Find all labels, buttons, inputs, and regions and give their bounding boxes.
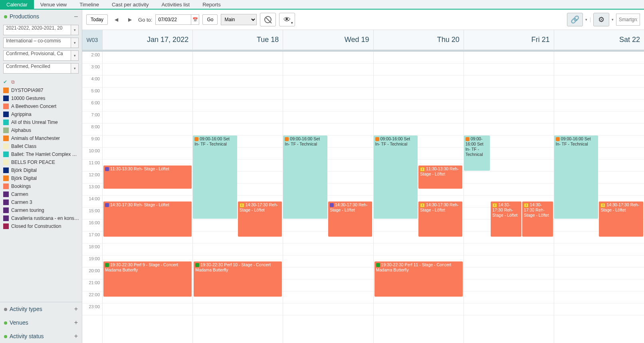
dropdown-caret-icon[interactable]: ▾ bbox=[612, 18, 614, 22]
calendar-event[interactable]: 14:30-17:30 Reh- Stage - Löftet bbox=[103, 201, 192, 237]
production-item[interactable]: Carmen touring bbox=[3, 206, 80, 214]
datepicker-icon[interactable]: 📅 bbox=[191, 14, 199, 25]
production-item[interactable]: Bookings bbox=[3, 182, 80, 190]
topnav-item-activities-list[interactable]: Activities list bbox=[155, 0, 196, 9]
calendar-event[interactable]: 09:00-16:00 Set In- TF - Technical bbox=[374, 136, 418, 219]
production-item[interactable]: DYSTOPIA987 bbox=[3, 86, 80, 94]
day-column[interactable]: 09:00-16:00 Set In- TF - Technical!14:30… bbox=[554, 52, 644, 343]
calendar-event[interactable]: 19:30-22:30 Perf 10 - Stage - Concert Ma… bbox=[194, 261, 282, 297]
production-item[interactable]: Animals of Manchester bbox=[3, 134, 80, 142]
day-header[interactable]: Wed 19 bbox=[283, 30, 373, 50]
calendar-event[interactable]: !14:30-17:30 Reh- Stage - Löftet bbox=[491, 201, 521, 237]
event-chip-icon bbox=[466, 137, 470, 141]
day-column[interactable]: 09:00-16:00 Set In- TF - Technical!14:30… bbox=[192, 52, 283, 343]
go-button[interactable]: Go bbox=[202, 14, 218, 25]
filter-value[interactable]: International – co-commis bbox=[3, 38, 79, 48]
day-header[interactable]: Sat 22 bbox=[554, 30, 644, 50]
topnav-item-timeline[interactable]: Timeline bbox=[73, 0, 105, 9]
event-text: 09:00-16:00 Set In- TF - Technical bbox=[375, 136, 410, 146]
sidebar-section-activity-status[interactable]: Activity status+ bbox=[0, 329, 82, 343]
block-icon[interactable] bbox=[260, 13, 276, 26]
today-button[interactable]: Today bbox=[86, 14, 108, 25]
dropdown-caret-icon[interactable]: ▾ bbox=[585, 18, 587, 22]
calendar-event[interactable]: !14:30-17:30 Reh- Stage - Löftet bbox=[418, 201, 462, 237]
production-item[interactable]: Björk Digital bbox=[3, 166, 80, 174]
calendar-event[interactable]: !11:30-13:30 Reh- Stage - Löftet bbox=[418, 166, 462, 189]
calendar-event[interactable]: 11:30-13:30 Reh- Stage - Löftet bbox=[103, 166, 192, 189]
production-item[interactable]: Closed for Construction bbox=[3, 222, 80, 230]
production-item[interactable]: All of this Unreal Time bbox=[3, 118, 80, 126]
visibility-icon[interactable]: 👁▾ bbox=[279, 13, 295, 26]
production-item[interactable]: A Beethoven Concert bbox=[3, 102, 80, 110]
calendar-event[interactable]: 19:30-22:30 Perf 9 - Stage - Concert Mad… bbox=[103, 261, 192, 297]
filter-select[interactable]: 2021-2022, 2020-2021, 20▾ bbox=[3, 25, 79, 35]
check-all-icon[interactable]: ✔ bbox=[3, 79, 9, 85]
production-item[interactable]: Björk Digital bbox=[3, 174, 80, 182]
calendar-event[interactable]: !14:30-17:30 Reh- Stage - Löftet bbox=[599, 201, 643, 237]
chevron-down-icon[interactable]: ▾ bbox=[71, 25, 79, 35]
calendar-event[interactable]: 09:00-16:00 Set In- TF - Technical bbox=[464, 136, 490, 171]
production-item[interactable]: Ballet Class bbox=[3, 142, 80, 150]
chevron-down-icon[interactable]: ▾ bbox=[71, 63, 79, 74]
copy-icon[interactable]: ⧉ bbox=[11, 79, 17, 85]
calendar-event[interactable]: !14:30-17:30 Reh- Stage - Löftet bbox=[238, 201, 282, 237]
day-column[interactable]: 09:00-16:00 Set In- TF - Technical14:30-… bbox=[283, 52, 373, 343]
expand-icon[interactable]: + bbox=[74, 319, 78, 326]
view-select[interactable]: Main bbox=[221, 14, 257, 25]
day-header[interactable]: Thu 20 bbox=[373, 30, 464, 50]
calendar-event[interactable]: !14:30-17:30 Reh- Stage - Löftet bbox=[522, 201, 553, 237]
production-item[interactable]: Agrippina bbox=[3, 110, 80, 118]
production-item[interactable]: Cavalleria rusticana - en konsertant fre… bbox=[3, 214, 80, 222]
prev-arrow-icon[interactable]: ◀ bbox=[111, 14, 121, 25]
day-header[interactable]: Jan 17, 2022 bbox=[102, 30, 192, 50]
sidebar-section-productions[interactable]: Productions – bbox=[0, 10, 82, 23]
filter-value[interactable]: Confirmed, Pencilled bbox=[3, 63, 79, 74]
sidebar-section-activity-types[interactable]: Activity types+ bbox=[0, 302, 82, 316]
chevron-down-icon[interactable]: ▾ bbox=[71, 50, 79, 61]
goto-date-input[interactable] bbox=[155, 14, 191, 25]
filter-select[interactable]: Confirmed, Provisional, Ca▾ bbox=[3, 50, 79, 61]
color-swatch-icon bbox=[3, 160, 9, 165]
link-icon[interactable]: 🔗 bbox=[567, 13, 583, 26]
production-item[interactable]: Ballet: The Hamlet Complex Redux bbox=[3, 150, 80, 158]
calendar-event[interactable]: 09:00-16:00 Set In- TF - Technical bbox=[554, 136, 598, 219]
production-item[interactable]: Alphabus bbox=[3, 126, 80, 134]
time-label: 22:00 bbox=[82, 291, 102, 303]
production-item[interactable]: Carmen bbox=[3, 190, 80, 198]
production-label: DYSTOPIA987 bbox=[11, 88, 43, 93]
filter-value[interactable]: 2021-2022, 2020-2021, 20 bbox=[3, 25, 79, 35]
production-item[interactable]: BELLS FOR PEACE bbox=[3, 158, 80, 166]
filter-select[interactable]: International – co-commis▾ bbox=[3, 38, 79, 48]
calendar-body[interactable]: 2:003:004:005:006:007:008:009:0010:0011:… bbox=[82, 52, 644, 343]
production-item[interactable]: Carmen 3 bbox=[3, 198, 80, 206]
calendar-event[interactable]: 09:00-16:00 Set In- TF - Technical bbox=[283, 136, 327, 219]
calendar-event[interactable]: 09:00-16:00 Set In- TF - Technical bbox=[193, 136, 237, 219]
topnav-item-venue-view[interactable]: Venue view bbox=[34, 0, 73, 9]
day-header[interactable]: Fri 21 bbox=[464, 30, 554, 50]
chevron-down-icon[interactable]: ▾ bbox=[71, 38, 79, 48]
expand-icon[interactable]: + bbox=[74, 333, 78, 340]
day-column[interactable]: 09:00-16:00 Set In- TF - Technical!11:30… bbox=[373, 52, 464, 343]
day-column[interactable]: 11:30-13:30 Reh- Stage - Löftet14:30-17:… bbox=[102, 52, 192, 343]
expand-icon[interactable]: + bbox=[74, 305, 78, 313]
settings-icon[interactable]: ⚙ bbox=[593, 13, 609, 26]
topnav-item-reports[interactable]: Reports bbox=[196, 0, 227, 9]
event-text: 11:30-13:30 Reh- Stage - Löftet bbox=[110, 166, 169, 171]
calendar-event[interactable]: 19:30-22:30 Perf 11 - Stage - Concert Ma… bbox=[375, 261, 463, 297]
filter-select[interactable]: Confirmed, Pencilled▾ bbox=[3, 63, 79, 74]
day-header[interactable]: Tue 18 bbox=[192, 30, 283, 50]
calendar-event[interactable]: 14:30-17:30 Reh- Stage - Löftet bbox=[328, 201, 372, 237]
topnav-item-cast-per-activity[interactable]: Cast per activity bbox=[105, 0, 155, 9]
time-label: 18:00 bbox=[82, 243, 102, 255]
topnav-item-calendar[interactable]: Calendar bbox=[0, 0, 34, 9]
smartgroup-input[interactable] bbox=[616, 14, 640, 26]
production-label: Agrippina bbox=[11, 112, 32, 117]
day-column[interactable]: 09:00-16:00 Set In- TF - Technical!14:30… bbox=[464, 52, 554, 343]
filter-value[interactable]: Confirmed, Provisional, Ca bbox=[3, 50, 79, 61]
collapse-icon[interactable]: – bbox=[74, 13, 78, 20]
event-text: 14:30-17:30 Reh- Stage - Löftet bbox=[600, 202, 639, 212]
production-item[interactable]: 10000 Gestures bbox=[3, 94, 80, 102]
next-arrow-icon[interactable]: ▶ bbox=[125, 14, 135, 25]
sidebar-section-venues[interactable]: Venues+ bbox=[0, 316, 82, 329]
time-label: 3:00 bbox=[82, 64, 102, 76]
